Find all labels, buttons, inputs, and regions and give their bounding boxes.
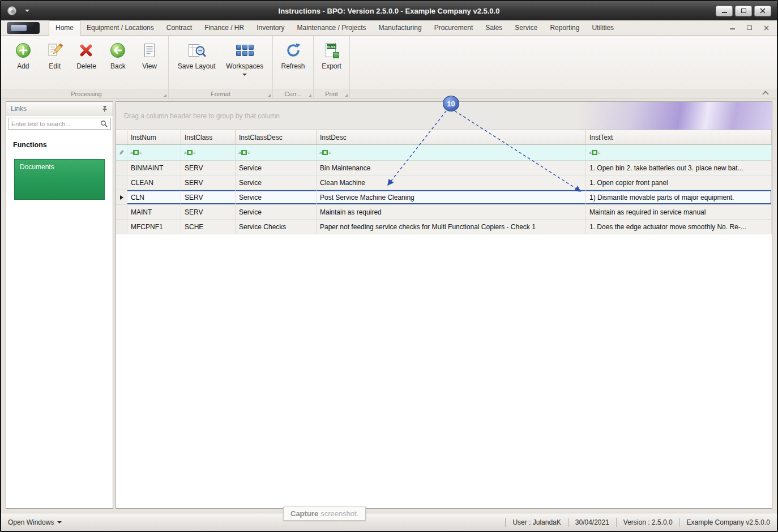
group-format: Save Layout Workspaces xyxy=(169,36,273,89)
links-title: Links xyxy=(11,105,27,113)
cell-instnum[interactable]: MAINT xyxy=(127,205,181,219)
tab-contract[interactable]: Contract xyxy=(160,21,198,35)
tab-reporting[interactable]: Reporting xyxy=(544,21,585,35)
tab-finance-hr[interactable]: Finance / HR xyxy=(198,21,250,35)
ribbon-close-icon[interactable] xyxy=(762,24,770,32)
column-header-instdesc[interactable]: InstDesc xyxy=(317,130,586,144)
cell-insttext[interactable]: 1. Open bin 2. take batteries out 3. pla… xyxy=(586,161,772,175)
pin-icon[interactable] xyxy=(101,105,108,112)
row-indicator-cell xyxy=(116,220,127,234)
back-button[interactable]: Back xyxy=(105,38,131,71)
search-input[interactable] xyxy=(11,121,100,127)
filter-cell-instclass[interactable]: aBc xyxy=(181,145,236,160)
cell-instnum[interactable]: CLEAN xyxy=(127,175,181,190)
table-row-selected[interactable]: CLN SERV Service Post Service Machine Cl… xyxy=(116,190,772,205)
main-area: Links Functions Documents Drag a column … xyxy=(1,99,777,513)
cell-instclass[interactable]: SERV xyxy=(181,205,236,219)
column-header-instnum[interactable]: InstNum xyxy=(127,130,181,144)
refresh-button[interactable]: Refresh xyxy=(279,38,306,71)
cell-insttext[interactable]: Maintain as required in service manual xyxy=(586,205,772,219)
maximize-button[interactable] xyxy=(735,6,752,16)
save-layout-button-label: Save Layout xyxy=(178,62,216,70)
cell-instnum[interactable]: MFCPNF1 xyxy=(127,220,181,234)
filter-cell-instclassdesc[interactable]: aBc xyxy=(236,145,317,160)
cell-instdesc[interactable]: Maintain as required xyxy=(317,205,586,219)
cell-instclass[interactable]: SERV xyxy=(181,190,236,204)
tab-maintenance-projects[interactable]: Maintenance / Projects xyxy=(291,21,373,35)
delete-button-label: Delete xyxy=(76,62,96,70)
titlebar: Instructions - BPO: Version 2.5.0.0 - Ex… xyxy=(1,1,777,20)
table-row[interactable]: BINMAINT SERV Service Bin Maintenance 1.… xyxy=(116,161,772,175)
column-header-insttext[interactable]: InstText xyxy=(586,130,772,144)
tab-equipment-locations[interactable]: Equipment / Locations xyxy=(80,21,160,35)
search-icon[interactable] xyxy=(100,120,108,127)
tab-procurement[interactable]: Procurement xyxy=(428,21,480,35)
window-title: Instructions - BPO: Version 2.5.0.0 - Ex… xyxy=(1,7,777,15)
tab-home[interactable]: Home xyxy=(49,20,80,36)
minimize-button[interactable] xyxy=(716,6,733,16)
cell-instclassdesc[interactable]: Service Checks xyxy=(236,220,317,234)
group-dialog-launcher-icon[interactable] xyxy=(268,94,271,97)
table-row[interactable]: MAINT SERV Service Maintain as required … xyxy=(116,205,772,220)
group-dialog-launcher-icon[interactable] xyxy=(309,94,311,97)
table-row[interactable]: MFCPNF1 SCHE Service Checks Paper not fe… xyxy=(116,220,772,234)
cell-instdesc[interactable]: Clean Machine xyxy=(317,175,586,190)
group-label-processing: Processing xyxy=(71,91,101,97)
save-layout-button[interactable]: Save Layout xyxy=(176,38,217,71)
open-windows-button[interactable]: Open Windows xyxy=(8,518,62,526)
cell-instclass[interactable]: SCHE xyxy=(181,220,236,234)
ribbon-restore-icon[interactable] xyxy=(745,24,753,32)
cell-instdesc[interactable]: Bin Maintenance xyxy=(317,161,586,175)
cell-instclassdesc[interactable]: Service xyxy=(236,161,317,175)
view-icon xyxy=(141,41,158,59)
table-row[interactable]: CLEAN SERV Service Clean Machine 1. Open… xyxy=(116,175,772,190)
capture-label: Capture xyxy=(290,509,318,518)
cell-instclass[interactable]: SERV xyxy=(181,161,236,175)
cell-insttext[interactable]: 1) Dismantle movable parts of major equi… xyxy=(586,190,772,204)
delete-button[interactable]: Delete xyxy=(73,38,99,71)
quick-access-caret-icon[interactable] xyxy=(25,10,29,12)
xlsx-banner: XLSX xyxy=(327,44,336,49)
group-by-bar[interactable]: Drag a column header here to group by th… xyxy=(116,102,772,130)
tab-sales[interactable]: Sales xyxy=(479,21,508,35)
filter-cell-insttext[interactable]: aBc xyxy=(586,145,772,160)
filter-cell-instdesc[interactable]: aBc xyxy=(317,145,586,160)
view-button[interactable]: View xyxy=(136,38,163,71)
tab-service[interactable]: Service xyxy=(508,21,544,35)
bpo-logo[interactable] xyxy=(7,22,40,34)
cell-instclassdesc[interactable]: Service xyxy=(236,205,317,219)
workspaces-button[interactable]: Workspaces xyxy=(224,38,265,77)
filter-cell-instnum[interactable]: aBc xyxy=(127,145,181,160)
group-dialog-launcher-icon[interactable] xyxy=(345,94,348,97)
group-processing: Add Edit Delete Back xyxy=(5,36,169,89)
documents-tile[interactable]: Documents xyxy=(14,159,105,200)
ribbon-minimize-icon[interactable] xyxy=(728,24,736,32)
cell-instclass[interactable]: SERV xyxy=(181,175,236,190)
tab-manufacturing[interactable]: Manufacturing xyxy=(373,21,428,35)
export-button-label: Export xyxy=(322,62,341,70)
cell-instclassdesc[interactable]: Service xyxy=(236,190,317,204)
add-button[interactable]: Add xyxy=(10,38,36,71)
group-dialog-launcher-icon[interactable] xyxy=(164,94,166,97)
cell-instdesc[interactable]: Post Service Machine Cleaning xyxy=(317,190,586,204)
row-indicator-cell xyxy=(116,190,127,204)
app-window: Instructions - BPO: Version 2.5.0.0 - Ex… xyxy=(0,0,778,532)
edit-button[interactable]: Edit xyxy=(42,38,68,71)
bpo-logo-mark xyxy=(11,25,27,31)
cell-instnum[interactable]: CLN xyxy=(127,190,181,204)
close-button[interactable] xyxy=(754,6,771,16)
column-header-instclass[interactable]: InstClass xyxy=(181,130,236,144)
ribbon-collapse-icon[interactable] xyxy=(762,91,768,97)
column-header-instclassdesc[interactable]: InstClassDesc xyxy=(236,130,317,144)
capture-screenshot-button[interactable]: Capturescreenshot. xyxy=(283,507,366,521)
refresh-icon xyxy=(285,41,302,59)
cell-instdesc[interactable]: Paper not feeding service checks for Mul… xyxy=(317,220,586,234)
abc-filter-icon: aBc xyxy=(589,150,600,155)
tab-utilities[interactable]: Utilities xyxy=(585,21,620,35)
tab-inventory[interactable]: Inventory xyxy=(250,21,290,35)
cell-insttext[interactable]: 1. Does the edge actuator move smoothly … xyxy=(586,220,772,234)
cell-instnum[interactable]: BINMAINT xyxy=(127,161,181,175)
cell-insttext[interactable]: 1. Open copier front panel xyxy=(586,175,772,190)
export-button[interactable]: XLSX Export xyxy=(319,38,345,71)
cell-instclassdesc[interactable]: Service xyxy=(236,175,317,190)
